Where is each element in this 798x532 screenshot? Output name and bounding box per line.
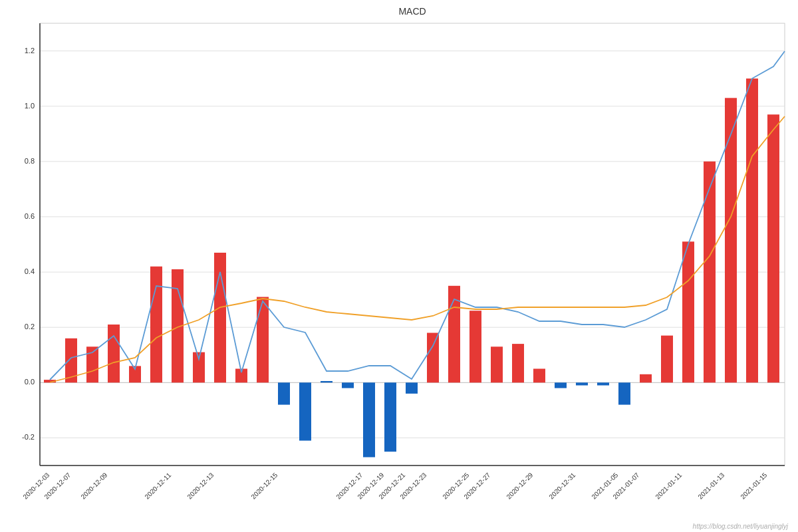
bar [469,311,481,382]
svg-text:2020-12-13: 2020-12-13 [186,471,215,500]
bar [512,344,524,382]
x-labels: 2020-12-03 2020-12-07 2020-12-09 2020-12… [21,471,768,500]
chart-container: MACD 1.2 1.0 0.8 0.6 0.4 0.2 0.0 -0.2 [0,0,798,532]
svg-text:2020-12-29: 2020-12-29 [505,471,534,500]
svg-text:2021-01-15: 2021-01-15 [739,471,768,500]
bar [427,333,439,383]
y-label: 1.2 [25,47,35,55]
bar [618,382,630,404]
bar [278,382,290,404]
macd-chart: MACD 1.2 1.0 0.8 0.6 0.4 0.2 0.0 -0.2 [0,0,798,532]
bar [299,382,311,440]
svg-text:2020-12-15: 2020-12-15 [249,471,279,500]
bar [555,382,567,388]
bar [576,382,588,385]
bar [682,241,694,382]
svg-text:2021-01-13: 2021-01-13 [696,471,726,500]
bar [321,381,332,382]
y-label: 1.0 [25,102,35,110]
y-label: 0.6 [25,212,35,220]
bar [363,382,375,457]
svg-text:2020-12-11: 2020-12-11 [143,471,172,500]
chart-border [40,23,785,466]
bar [108,325,120,382]
bar [533,369,545,383]
bar [257,297,269,383]
bar [661,336,673,383]
bar [640,374,652,383]
bar [384,382,396,452]
bar [342,382,354,388]
y-label: 0.0 [25,378,35,386]
bar [704,162,716,383]
svg-text:2020-12-09: 2020-12-09 [79,471,108,500]
bar [767,114,779,382]
svg-text:2020-12-31: 2020-12-31 [547,471,577,500]
y-label: 0.2 [25,323,35,331]
bar [406,382,418,394]
bar [150,267,162,383]
y-label: 0.4 [25,267,35,275]
bar [597,382,609,385]
svg-text:2021-01-11: 2021-01-11 [654,471,683,500]
chart-title: MACD [398,6,426,17]
y-label: 0.8 [25,157,35,165]
y-label: -0.2 [22,433,35,441]
bar [725,98,737,382]
bar [746,78,758,382]
watermark: https://blog.csdn.net/liyuanjinglyj [693,523,789,530]
bar [491,346,503,382]
